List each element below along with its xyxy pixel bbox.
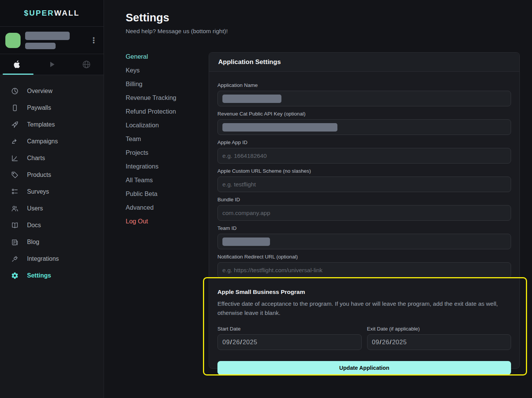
sidebar: $UPERWALL ••• [0,0,104,398]
sidebar-item-label: Blog [27,239,39,246]
logo-accent-text: $UPER [24,9,54,18]
custom-url-scheme-input[interactable] [217,177,511,192]
sidebar-item-blog[interactable]: Blog [0,234,104,250]
settings-nav-integrations[interactable]: Integrations [126,159,176,173]
application-name-input[interactable] [217,91,511,106]
plug-icon [11,255,19,263]
date-separator: / [389,339,392,346]
field-label: Bundle ID [217,197,511,202]
date-separator: / [379,339,382,346]
settings-nav-logout[interactable]: Log Out [126,214,176,228]
settings-nav-all-teams[interactable]: All Teams [126,173,176,187]
sidebar-item-products[interactable]: Products [0,167,104,183]
field-bundle-id: Bundle ID [217,197,511,221]
apple-app-id-input[interactable] [217,148,511,164]
exit-day: 26 [382,339,389,346]
overview-clock-icon [11,87,19,95]
kebab-menu-icon[interactable]: ••• [89,37,98,44]
sidebar-item-docs[interactable]: Docs [0,217,104,234]
sidebar-item-paywalls[interactable]: Paywalls [0,100,104,116]
field-application-name: Application Name [217,82,511,106]
book-icon [11,221,19,229]
platform-tabs [0,54,104,75]
tab-web[interactable] [69,54,104,75]
superwall-logo: $UPERWALL [0,0,104,27]
redaction-bar [222,123,337,132]
exit-date-label: Exit Date (if applicable) [367,326,511,332]
section-description: Effective date of acceptance to the prog… [217,299,511,318]
field-apple-app-id: Apple App ID [217,140,511,164]
sidebar-item-label: Charts [27,155,45,162]
settings-nav-revenue-tracking[interactable]: Revenue Tracking [126,91,176,104]
field-notification-redirect-url: Notification Redirect URL (optional) [217,254,511,278]
card-body: Application Name Revenue Cat Public API … [209,72,519,375]
date-separator: / [230,339,232,346]
settings-nav-general[interactable]: General [126,50,176,63]
date-separator: / [240,339,243,346]
sidebar-item-charts[interactable]: Charts [0,150,104,167]
settings-nav-projects[interactable]: Projects [126,146,176,159]
checklist-icon [11,188,19,196]
field-label: Application Name [217,82,511,88]
rocket-icon [11,120,19,129]
start-date-group: Start Date 09/26/2025 [217,326,362,350]
start-year: 2025 [243,339,257,346]
section-title: Apple Small Business Program [217,289,511,295]
redaction-bar [222,238,270,246]
sidebar-item-integrations[interactable]: Integrations [0,250,104,267]
redacted-account-name [25,32,85,49]
sidebar-item-label: Overview [27,88,53,95]
play-icon [47,60,56,69]
page-header: Settings Need help? Message us (bottom r… [126,11,228,35]
sidebar-item-label: Integrations [27,255,59,262]
bundle-id-input[interactable] [217,205,511,221]
globe-icon [82,60,91,69]
date-row: Start Date 09/26/2025 Exit Date (if appl… [217,326,511,350]
field-label: Team ID [217,225,511,231]
sidebar-item-settings[interactable]: Settings [0,267,104,284]
tag-icon [11,171,19,179]
settings-nav: General Keys Billing Revenue Tracking Re… [126,50,176,228]
team-id-input[interactable] [217,234,511,249]
sidebar-item-label: Campaigns [27,138,58,145]
sidebar-item-label: Users [27,205,43,212]
settings-nav-advanced[interactable]: Advanced [126,201,176,214]
settings-nav-billing[interactable]: Billing [126,77,176,91]
settings-nav-localization[interactable]: Localization [126,118,176,132]
exit-month: 09 [372,339,379,346]
revenuecat-key-input[interactable] [217,119,511,135]
settings-nav-refund-protection[interactable]: Refund Protection [126,104,176,118]
sidebar-item-users[interactable]: Users [0,200,104,217]
tab-android[interactable] [35,54,69,75]
chart-line-icon [11,154,19,162]
start-date-input[interactable]: 09/26/2025 [217,334,362,350]
field-revenuecat-key: Revenue Cat Public API Key (optional) [217,111,511,135]
application-settings-card: Application Settings Application Name Re… [209,52,520,369]
sidebar-item-label: Paywalls [27,104,51,111]
apple-icon [13,60,22,69]
notification-redirect-url-input[interactable] [217,262,511,278]
exit-date-input[interactable]: 09/26/2025 [367,334,511,350]
sidebar-item-label: Products [27,172,51,178]
settings-nav-team[interactable]: Team [126,132,176,146]
account-switcher[interactable]: ••• [0,27,104,54]
sidebar-item-templates[interactable]: Templates [0,116,104,133]
update-application-button[interactable]: Update Application [217,361,511,375]
newspaper-icon [11,238,19,246]
gear-icon [11,271,19,280]
field-label: Apple Custom URL Scheme (no slashes) [217,168,511,174]
field-label: Notification Redirect URL (optional) [217,254,511,260]
sidebar-item-label: Templates [27,121,55,128]
start-day: 26 [232,339,240,346]
sidebar-item-overview[interactable]: Overview [0,83,104,100]
start-month: 09 [222,339,230,346]
tab-apple[interactable] [0,54,35,75]
sidebar-item-campaigns[interactable]: Campaigns [0,133,104,150]
settings-nav-public-beta[interactable]: Public Beta [126,187,176,201]
sidebar-item-label: Settings [27,272,51,279]
redaction-bar [25,32,70,40]
settings-nav-keys[interactable]: Keys [126,63,176,77]
app-avatar [5,33,21,48]
sidebar-item-surveys[interactable]: Surveys [0,183,104,200]
field-label: Revenue Cat Public API Key (optional) [217,111,511,117]
